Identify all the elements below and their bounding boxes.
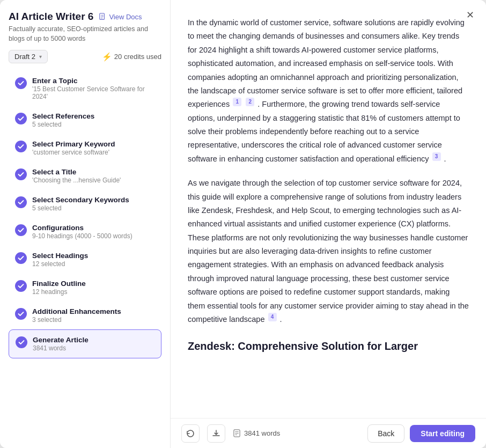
step-item-enter-topic[interactable]: Enter a Topic '15 Best Customer Service … bbox=[9, 71, 161, 106]
word-count-display: 3841 words bbox=[233, 429, 280, 437]
app-window: AI Article Writer 6 View Docs Factually … bbox=[0, 0, 486, 448]
credits-badge: ⚡ 20 credits used bbox=[102, 52, 161, 62]
step-check bbox=[15, 141, 27, 152]
step-check bbox=[15, 224, 27, 236]
citation-4[interactable]: 4 bbox=[268, 313, 277, 321]
step-check bbox=[16, 336, 27, 348]
check-icon bbox=[18, 255, 24, 261]
step-content: Select Primary Keyword 'customer service… bbox=[32, 140, 115, 156]
step-item-select-references[interactable]: Select References 5 selected bbox=[9, 106, 161, 134]
bolt-icon: ⚡ bbox=[102, 52, 112, 62]
steps-list: Enter a Topic '15 Best Customer Service … bbox=[9, 71, 161, 448]
step-content: Select Headings 12 selected bbox=[32, 252, 88, 268]
section-heading: Zendesk: Comprehensive Solution for Larg… bbox=[188, 337, 469, 355]
citation-2[interactable]: 2 bbox=[246, 98, 254, 106]
check-icon bbox=[18, 115, 24, 122]
step-check bbox=[15, 252, 27, 264]
step-content: Select Secondary Keywords 5 selected bbox=[32, 196, 129, 212]
close-button[interactable]: ✕ bbox=[462, 8, 477, 23]
draft-row: Draft 2 ▾ ⚡ 20 credits used bbox=[9, 50, 161, 63]
back-button[interactable]: Back bbox=[367, 424, 404, 443]
download-button[interactable] bbox=[207, 424, 225, 443]
bottom-bar: 3841 words Back Start editing bbox=[171, 418, 486, 448]
check-icon bbox=[18, 339, 25, 346]
step-content: Enter a Topic '15 Best Customer Service … bbox=[32, 77, 155, 100]
refresh-button[interactable] bbox=[181, 424, 200, 443]
app-title: AI Article Writer 6 bbox=[9, 11, 93, 23]
refresh-icon bbox=[186, 429, 195, 438]
step-item-select-headings[interactable]: Select Headings 12 selected bbox=[9, 246, 161, 274]
draft-badge[interactable]: Draft 2 ▾ bbox=[9, 50, 48, 63]
sidebar-subtitle: Factually accurate, SEO-optimized articl… bbox=[9, 25, 161, 43]
step-item-generate-article[interactable]: Generate Article 3841 words bbox=[9, 329, 161, 358]
document-icon bbox=[99, 13, 106, 20]
citation-3[interactable]: 3 bbox=[432, 152, 441, 161]
document-lines-icon bbox=[233, 429, 241, 437]
download-icon bbox=[212, 429, 220, 438]
step-content: Additional Enhancements 3 selected bbox=[32, 307, 121, 324]
check-icon bbox=[18, 283, 24, 289]
check-icon bbox=[18, 311, 24, 317]
step-content: Select References 5 selected bbox=[32, 112, 94, 128]
step-item-additional-enhancements[interactable]: Additional Enhancements 3 selected bbox=[9, 302, 161, 329]
view-docs-link[interactable]: View Docs bbox=[99, 13, 142, 21]
sidebar-header: AI Article Writer 6 View Docs bbox=[9, 11, 161, 23]
step-content: Configurations 9-10 headings (4000 - 500… bbox=[32, 224, 132, 240]
start-editing-button[interactable]: Start editing bbox=[410, 425, 475, 442]
step-content: Finalize Outline 12 headings bbox=[32, 280, 86, 296]
step-content: Generate Article 3841 words bbox=[33, 336, 89, 352]
article-body: In the dynamic world of customer service… bbox=[171, 0, 486, 418]
check-icon bbox=[18, 171, 24, 178]
step-check bbox=[15, 168, 27, 180]
step-item-configurations[interactable]: Configurations 9-10 headings (4000 - 500… bbox=[9, 218, 161, 246]
chevron-down-icon: ▾ bbox=[39, 54, 42, 60]
bottom-right: Back Start editing bbox=[367, 424, 475, 443]
step-check bbox=[15, 196, 27, 208]
step-check bbox=[15, 77, 27, 89]
step-item-select-primary-keyword[interactable]: Select Primary Keyword 'customer service… bbox=[9, 134, 161, 162]
article-paragraph-1: In the dynamic world of customer service… bbox=[188, 16, 469, 166]
step-content: Select a Title 'Choosing the ...hensive … bbox=[32, 168, 121, 184]
check-icon bbox=[18, 199, 24, 205]
step-item-select-title[interactable]: Select a Title 'Choosing the ...hensive … bbox=[9, 162, 161, 190]
step-check bbox=[15, 113, 27, 124]
check-icon bbox=[18, 227, 24, 233]
step-check bbox=[15, 280, 27, 292]
bottom-left: 3841 words bbox=[181, 424, 280, 443]
sidebar: AI Article Writer 6 View Docs Factually … bbox=[0, 0, 171, 448]
citation-1[interactable]: 1 bbox=[233, 98, 241, 106]
step-item-finalize-outline[interactable]: Finalize Outline 12 headings bbox=[9, 274, 161, 302]
check-icon bbox=[18, 80, 24, 86]
check-icon bbox=[18, 143, 24, 150]
article-paragraph-2: As we navigate through the selection of … bbox=[188, 177, 469, 326]
step-check bbox=[15, 308, 27, 320]
step-item-select-secondary-keywords[interactable]: Select Secondary Keywords 5 selected bbox=[9, 190, 161, 218]
content-area: ✕ In the dynamic world of customer servi… bbox=[171, 0, 486, 448]
